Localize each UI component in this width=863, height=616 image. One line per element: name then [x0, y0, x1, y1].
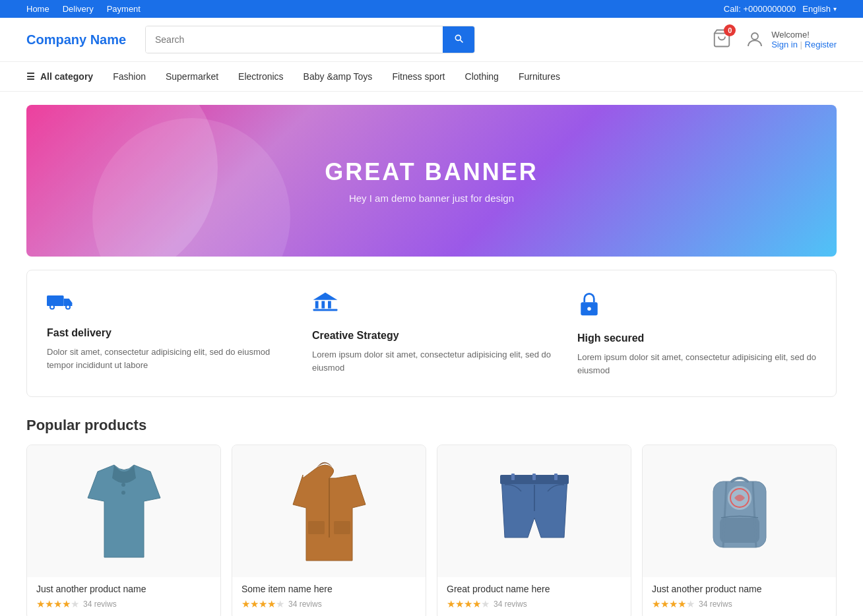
truck-icon — [47, 290, 286, 317]
chevron-down-icon: ▾ — [833, 5, 837, 13]
nav-furnitures[interactable]: Furnitures — [519, 62, 560, 91]
feature-security: High secured Lorem ipsum dolor sit amet,… — [577, 290, 816, 377]
banner-subtitle: Hey I am demo banner just for design — [349, 193, 514, 204]
svg-rect-18 — [308, 521, 325, 534]
nav-delivery[interactable]: Delivery — [63, 4, 94, 14]
product-card-0[interactable]: Just another product name ★★★★★ 34 reviw… — [26, 445, 221, 616]
top-bar-right: Call: +0000000000 English ▾ — [724, 4, 837, 14]
cart-button[interactable]: 0 — [712, 28, 732, 51]
svg-rect-26 — [720, 518, 759, 543]
feature-strategy-title: Creative Strategy — [312, 330, 551, 342]
top-bar: Home Delivery Payment Call: +0000000000 … — [0, 0, 863, 18]
signin-link[interactable]: Sign in — [771, 40, 798, 49]
phone-number: Call: +0000000000 — [724, 4, 796, 14]
svg-rect-23 — [554, 474, 558, 480]
header: Company Name 0 Welcome! Sign in | Regist… — [0, 18, 863, 62]
auth-links: Sign in | Register — [771, 40, 837, 49]
hamburger-icon: ☰ — [26, 71, 35, 82]
stars-1: ★★★★★ — [241, 598, 284, 610]
features-section: Fast delivery Dolor sit amet, consectetu… — [26, 270, 837, 397]
svg-rect-8 — [315, 301, 319, 308]
logo[interactable]: Company Name — [26, 32, 132, 47]
category-nav: ☰ All category Fashion Supermarket Elect… — [0, 62, 863, 92]
jacket-image — [283, 458, 375, 564]
product-image-2 — [437, 445, 631, 577]
nav-supermarket[interactable]: Supermarket — [166, 62, 218, 91]
products-grid: Just another product name ★★★★★ 34 reviw… — [26, 445, 837, 616]
search-button[interactable] — [443, 26, 474, 53]
feature-delivery-title: Fast delivery — [47, 327, 286, 339]
product-rating-1: ★★★★★ 34 reviws — [241, 598, 416, 610]
stars-2: ★★★★★ — [447, 598, 490, 610]
search-input[interactable] — [146, 26, 443, 53]
bank-icon — [312, 290, 551, 319]
search-icon — [453, 33, 464, 44]
reviews-0: 34 reviws — [83, 600, 117, 609]
all-category-button[interactable]: ☰ All category — [26, 62, 93, 91]
svg-point-1 — [751, 33, 758, 40]
popular-products-section: Popular products Just another product na… — [0, 410, 863, 616]
search-bar — [145, 26, 475, 53]
svg-rect-24 — [532, 474, 536, 480]
shorts-image — [488, 458, 581, 564]
hero-banner: GREAT BANNER Hey I am demo banner just f… — [26, 105, 837, 257]
backpack-image — [693, 458, 786, 564]
product-card-3[interactable]: Just another product name ★★★★★ 34 reviw… — [642, 445, 837, 616]
feature-strategy-desc: Lorem ipsum dolor sit amet, consectetur … — [312, 348, 551, 374]
stars-3: ★★★★★ — [652, 598, 695, 610]
lock-icon — [577, 290, 816, 322]
feature-strategy: Creative Strategy Lorem ipsum dolor sit … — [312, 290, 551, 377]
svg-rect-2 — [47, 295, 64, 306]
nav-home[interactable]: Home — [26, 4, 49, 14]
nav-payment[interactable]: Payment — [107, 4, 141, 14]
product-name-2: Great product name here — [447, 584, 622, 594]
feature-security-desc: Lorem ipsum dolor sit amet, consectetur … — [577, 351, 816, 377]
product-info-1: Some item name here ★★★★★ 34 reviws — [232, 577, 426, 610]
nav-clothing[interactable]: Clothing — [465, 62, 499, 91]
language-dropdown[interactable]: English ▾ — [802, 4, 837, 14]
shirt-image — [78, 458, 170, 564]
svg-marker-7 — [313, 293, 338, 300]
svg-point-6 — [67, 306, 69, 309]
product-image-3 — [643, 445, 836, 577]
reviews-2: 34 reviws — [494, 600, 527, 609]
top-bar-nav: Home Delivery Payment — [26, 4, 141, 14]
svg-rect-22 — [511, 474, 515, 480]
all-category-label: All category — [40, 71, 93, 82]
nav-electronics[interactable]: Electronics — [238, 62, 283, 91]
product-card-1[interactable]: Some item name here ★★★★★ 34 reviws — [232, 445, 426, 616]
feature-delivery: Fast delivery Dolor sit amet, consectetu… — [47, 290, 286, 377]
welcome-text: Welcome! — [771, 30, 837, 40]
feature-delivery-desc: Dolor sit amet, consectetur adipisicing … — [47, 346, 286, 371]
svg-rect-9 — [321, 301, 325, 308]
nav-fashion[interactable]: Fashion — [113, 62, 146, 91]
product-info-0: Just another product name ★★★★★ 34 reviw… — [27, 577, 220, 610]
product-name-1: Some item name here — [241, 584, 416, 594]
svg-rect-10 — [328, 301, 331, 308]
product-name-3: Just another product name — [652, 584, 827, 594]
banner-title: GREAT BANNER — [325, 158, 538, 186]
svg-rect-19 — [334, 521, 350, 534]
product-image-1 — [232, 445, 426, 577]
svg-point-16 — [121, 491, 125, 495]
product-rating-3: ★★★★★ 34 reviws — [652, 598, 827, 610]
product-info-2: Great product name here ★★★★★ 34 reviws — [437, 577, 631, 610]
svg-point-14 — [587, 307, 591, 310]
feature-security-title: High secured — [577, 332, 816, 344]
cart-badge: 0 — [724, 24, 736, 36]
product-name-0: Just another product name — [36, 584, 211, 594]
register-link[interactable]: Register — [805, 40, 837, 49]
product-rating-2: ★★★★★ 34 reviws — [447, 598, 622, 610]
popular-products-title: Popular products — [26, 417, 837, 434]
svg-point-4 — [51, 306, 53, 309]
product-card-2[interactable]: Great product name here ★★★★★ 34 reviws — [437, 445, 631, 616]
nav-baby-toys[interactable]: Baby &amp Toys — [304, 62, 373, 91]
header-right: 0 Welcome! Sign in | Register — [712, 28, 837, 51]
svg-rect-12 — [313, 309, 338, 311]
stars-0: ★★★★★ — [36, 598, 79, 610]
reviews-3: 34 reviws — [699, 600, 732, 609]
product-info-3: Just another product name ★★★★★ 34 reviw… — [643, 577, 836, 610]
product-rating-0: ★★★★★ 34 reviws — [36, 598, 211, 610]
nav-fitness[interactable]: Fitness sport — [392, 62, 445, 91]
user-section: Welcome! Sign in | Register — [745, 30, 837, 49]
